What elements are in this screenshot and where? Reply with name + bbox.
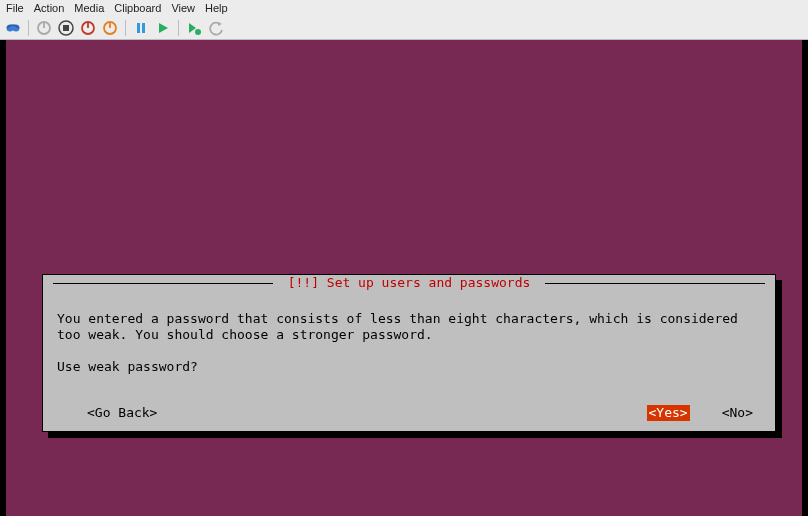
toolbar bbox=[0, 16, 808, 40]
body-line-1: You entered a password that consists of … bbox=[57, 311, 738, 326]
installer-screen[interactable]: [!!] Set up users and passwords You ente… bbox=[6, 40, 802, 516]
dialog-title-prefix: [!!] bbox=[288, 275, 319, 290]
body-line-2: too weak. You should choose a stronger p… bbox=[57, 327, 433, 342]
shutdown-icon[interactable] bbox=[79, 19, 97, 37]
toolbar-separator bbox=[125, 20, 126, 36]
stop-icon[interactable] bbox=[57, 19, 75, 37]
toolbar-separator bbox=[178, 20, 179, 36]
dialog-body: You entered a password that consists of … bbox=[43, 291, 775, 391]
svg-rect-5 bbox=[63, 25, 69, 31]
checkpoint-icon[interactable] bbox=[185, 19, 203, 37]
svg-point-14 bbox=[195, 29, 201, 35]
svg-marker-15 bbox=[218, 22, 222, 26]
dialog-buttons: <Go Back> <Yes> <No> bbox=[57, 405, 761, 421]
vm-display-area: [!!] Set up users and passwords You ente… bbox=[0, 40, 808, 516]
revert-icon[interactable] bbox=[207, 19, 225, 37]
svg-marker-13 bbox=[189, 23, 196, 33]
connect-icon[interactable] bbox=[4, 19, 22, 37]
poweroff-grey-icon[interactable] bbox=[35, 19, 53, 37]
svg-rect-10 bbox=[137, 23, 140, 33]
menu-media[interactable]: Media bbox=[74, 2, 104, 14]
dialog-title: [!!] Set up users and passwords bbox=[282, 275, 537, 291]
svg-marker-12 bbox=[159, 23, 168, 33]
go-back-button[interactable]: <Go Back> bbox=[87, 405, 157, 421]
title-border-right bbox=[545, 283, 765, 284]
dialog-prompt: Use weak password? bbox=[57, 359, 198, 374]
menu-file[interactable]: File bbox=[6, 2, 24, 14]
toolbar-separator bbox=[28, 20, 29, 36]
title-border-left bbox=[53, 283, 273, 284]
poweron-icon[interactable] bbox=[101, 19, 119, 37]
yes-button[interactable]: <Yes> bbox=[647, 405, 690, 421]
menu-help[interactable]: Help bbox=[205, 2, 228, 14]
play-icon[interactable] bbox=[154, 19, 172, 37]
svg-rect-11 bbox=[142, 23, 145, 33]
password-dialog: [!!] Set up users and passwords You ente… bbox=[42, 274, 776, 432]
menu-view[interactable]: View bbox=[171, 2, 195, 14]
pause-icon[interactable] bbox=[132, 19, 150, 37]
menu-action[interactable]: Action bbox=[34, 2, 65, 14]
dialog-title-row: [!!] Set up users and passwords bbox=[43, 275, 775, 291]
menubar: File Action Media Clipboard View Help bbox=[0, 0, 808, 16]
menu-clipboard[interactable]: Clipboard bbox=[114, 2, 161, 14]
dialog-title-text: Set up users and passwords bbox=[327, 275, 531, 290]
no-button[interactable]: <No> bbox=[722, 405, 753, 421]
